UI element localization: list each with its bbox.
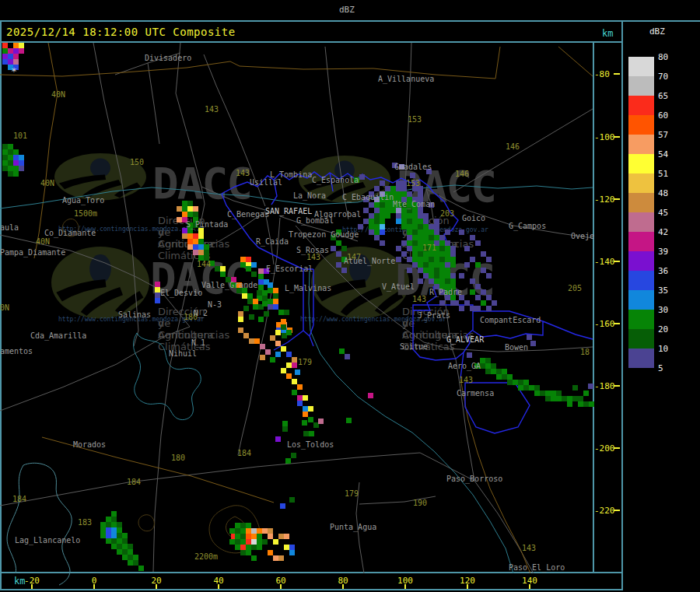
radar-cell bbox=[523, 380, 529, 385]
radar-cell bbox=[155, 287, 160, 292]
radar-cell bbox=[8, 155, 13, 160]
radar-cell bbox=[303, 412, 308, 417]
radar-cell bbox=[240, 262, 246, 268]
radar-cell bbox=[439, 262, 445, 268]
map-route-label: 18 bbox=[580, 348, 590, 356]
radar-cell bbox=[418, 191, 423, 197]
radar-cell bbox=[358, 224, 363, 229]
radar-cell bbox=[578, 401, 583, 407]
radar-cell bbox=[396, 180, 401, 186]
radar-cell bbox=[278, 310, 284, 315]
map-place-label: Goico bbox=[462, 214, 485, 222]
radar-cell bbox=[242, 293, 247, 299]
radar-cell bbox=[450, 262, 456, 268]
radar-cell bbox=[534, 385, 540, 391]
radar-cell bbox=[309, 431, 314, 436]
map-place-label: Aero_GA bbox=[448, 362, 481, 370]
radar-cell bbox=[268, 299, 273, 304]
radar-cell bbox=[470, 289, 475, 295]
radar-cell bbox=[284, 310, 289, 315]
map-route-label: 203 bbox=[440, 209, 454, 218]
radar-cell bbox=[187, 233, 193, 239]
radar-cell bbox=[292, 357, 297, 363]
radar-cell bbox=[459, 273, 464, 278]
radar-cell bbox=[268, 288, 273, 293]
radar-cell bbox=[439, 273, 445, 278]
radar-cell bbox=[106, 517, 111, 522]
map-route-label: 143 bbox=[236, 169, 250, 177]
radar-cell bbox=[246, 528, 251, 534]
radar-cell bbox=[429, 262, 434, 268]
map-place-label: Divisadero bbox=[145, 54, 191, 62]
radar-cell bbox=[401, 219, 407, 224]
radar-cell bbox=[292, 390, 297, 395]
radar-cell bbox=[13, 48, 19, 54]
radar-cell bbox=[117, 538, 122, 544]
radar-cell bbox=[412, 240, 418, 246]
radar-cell bbox=[551, 396, 556, 401]
radar-cell bbox=[423, 229, 429, 235]
radar-cell bbox=[418, 219, 423, 224]
radar-cell bbox=[2, 144, 8, 149]
radar-cell bbox=[407, 208, 412, 213]
radar-cell bbox=[396, 208, 401, 213]
radar-cell bbox=[507, 380, 513, 385]
map-place-label: Mte_Coman bbox=[393, 200, 435, 208]
map-route-label: 101 bbox=[13, 131, 27, 140]
radar-cell bbox=[412, 262, 418, 268]
radar-cell bbox=[429, 278, 434, 284]
radar-cell bbox=[450, 300, 456, 306]
radar-cell bbox=[133, 555, 138, 560]
radar-cell bbox=[475, 295, 481, 300]
radar-cell bbox=[260, 355, 265, 360]
radar-cell bbox=[275, 352, 281, 357]
radar-cell bbox=[13, 54, 19, 59]
radar-cell bbox=[412, 235, 418, 240]
radar-cell bbox=[412, 213, 418, 219]
map-place-label: Guadales bbox=[394, 163, 432, 171]
radar-cell bbox=[401, 251, 407, 257]
radar-cell bbox=[551, 391, 556, 396]
map-place-label: Co_Diamante bbox=[44, 229, 96, 237]
map-place-label: N_2 bbox=[194, 309, 208, 317]
radar-cell bbox=[193, 250, 198, 255]
radar-cell bbox=[486, 273, 492, 278]
radar-cell bbox=[470, 278, 475, 284]
radar-cell bbox=[155, 282, 160, 287]
radar-cell bbox=[308, 406, 313, 412]
map-place-label: La_Nora bbox=[293, 191, 326, 200]
radar-cell bbox=[270, 335, 275, 341]
radar-cell bbox=[423, 224, 429, 229]
radar-cell bbox=[407, 246, 412, 251]
radar-cell bbox=[450, 278, 456, 284]
radar-cell bbox=[193, 239, 198, 244]
radar-cell bbox=[556, 396, 562, 401]
radar-cell bbox=[297, 395, 303, 401]
radar-cell bbox=[470, 257, 475, 262]
map-place-label: Nihuil bbox=[169, 349, 197, 358]
radar-cell bbox=[429, 251, 434, 257]
radar-cell bbox=[518, 380, 523, 385]
radar-cell bbox=[247, 299, 253, 304]
radar-cell bbox=[133, 560, 138, 566]
radar-cell bbox=[418, 268, 423, 273]
radar-cell bbox=[247, 293, 253, 299]
radar-cell bbox=[450, 257, 456, 262]
radar-cell bbox=[363, 208, 369, 213]
radar-cell bbox=[445, 229, 450, 235]
radar-cell bbox=[467, 352, 472, 358]
radar-cell bbox=[434, 219, 439, 224]
radar-cell bbox=[238, 317, 243, 322]
map-place-label: Paso_El_Loro bbox=[509, 563, 565, 572]
radar-cell bbox=[380, 224, 385, 229]
radar-cell bbox=[243, 333, 249, 338]
radar-cell bbox=[273, 304, 278, 310]
radar-cell bbox=[117, 544, 122, 549]
map-route-label: 180 bbox=[171, 454, 185, 462]
radar-cell bbox=[407, 213, 412, 219]
radar-cell bbox=[246, 266, 251, 271]
radar-cell bbox=[385, 186, 390, 191]
radar-cell bbox=[318, 419, 324, 424]
radar-cell bbox=[475, 284, 481, 289]
map-place-label: aula bbox=[0, 223, 19, 232]
